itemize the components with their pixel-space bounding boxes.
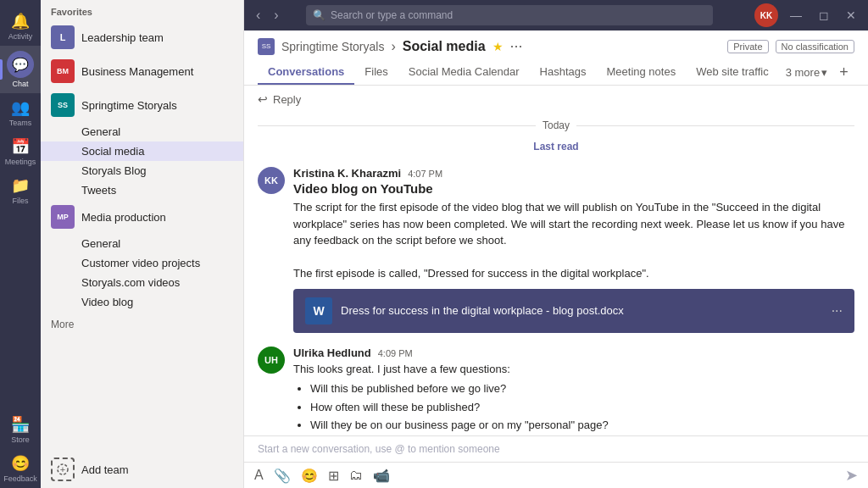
close-button[interactable]: ✕ bbox=[841, 8, 861, 22]
emoji-icon[interactable]: 😊 bbox=[301, 468, 318, 484]
restore-button[interactable]: ◻ bbox=[814, 8, 834, 22]
tabs-row: Conversations Files Social Media Calenda… bbox=[258, 60, 854, 85]
top-bar: ‹ › 🔍 Search or type a command KK — ◻ ✕ bbox=[244, 0, 868, 30]
sidebar-item-springtime[interactable]: SS Springtime Storyals ··· bbox=[41, 88, 243, 122]
new-conversation-input[interactable]: Start a new conversation, use @ to menti… bbox=[244, 436, 868, 463]
breadcrumb: Springtime Storyals bbox=[281, 40, 384, 53]
bullet-2-1: Will this be published before we go live… bbox=[310, 380, 854, 397]
reply-label[interactable]: Reply bbox=[273, 93, 301, 106]
bullet-2-2: How often will these be published? bbox=[310, 399, 854, 416]
message-group-1: KK Kristina K. Kharazmi 4:07 PM Video bl… bbox=[258, 160, 854, 340]
tab-conversations[interactable]: Conversations bbox=[258, 60, 354, 85]
msg-time-2: 4:09 PM bbox=[378, 348, 413, 358]
sidebar-item-business[interactable]: BM Business Management ··· bbox=[41, 54, 243, 88]
springtime-team-name: Springtime Storyals bbox=[81, 99, 233, 112]
rail-item-files[interactable]: 📁 Files bbox=[0, 171, 41, 210]
gif-icon[interactable]: ⊞ bbox=[328, 468, 339, 484]
tab-files[interactable]: Files bbox=[354, 60, 398, 85]
tab-more[interactable]: 3 more ▾ bbox=[779, 61, 834, 84]
rail-item-meetings[interactable]: 📅 Meetings bbox=[0, 132, 41, 171]
msg-author-2: Ulrika Hedlund bbox=[293, 347, 371, 359]
file-more-button[interactable]: ··· bbox=[832, 303, 843, 319]
more-label[interactable]: More bbox=[41, 312, 243, 337]
rail-label-chat: Chat bbox=[12, 80, 28, 88]
rail-label-meetings: Meetings bbox=[5, 158, 36, 166]
msg-author-1: Kristina K. Kharazmi bbox=[293, 167, 401, 180]
attach-icon[interactable]: 📎 bbox=[274, 468, 291, 484]
message-body-2: Ulrika Hedlund 4:09 PM This looks great.… bbox=[293, 347, 854, 435]
add-team-icon: + bbox=[51, 458, 75, 481]
leadership-team-name: Leadership team bbox=[81, 31, 233, 44]
files-icon: 📁 bbox=[11, 176, 30, 195]
rail-label-teams: Teams bbox=[9, 119, 32, 127]
send-button[interactable]: ➤ bbox=[845, 466, 858, 485]
rail-label-activity: Activity bbox=[8, 32, 33, 41]
search-placeholder: Search or type a command bbox=[331, 9, 453, 21]
add-team-button[interactable]: + Add team bbox=[41, 451, 243, 488]
rail-item-chat[interactable]: 💬 Chat bbox=[0, 46, 41, 93]
tab-social-media-calendar[interactable]: Social Media Calendar bbox=[398, 60, 530, 85]
channel-video-blog[interactable]: Video blog bbox=[41, 292, 243, 312]
minimize-button[interactable]: — bbox=[785, 8, 807, 22]
channel-storyals-videos[interactable]: Storyals.com videos bbox=[41, 273, 243, 292]
tab-hashtags[interactable]: Hashtags bbox=[530, 60, 597, 85]
springtime-avatar: SS bbox=[51, 93, 75, 117]
sidebar-item-media[interactable]: MP Media production ··· bbox=[41, 200, 243, 234]
main-content: ‹ › 🔍 Search or type a command KK — ◻ ✕ … bbox=[244, 0, 868, 488]
bottom-bar: Start a new conversation, use @ to menti… bbox=[244, 435, 868, 488]
msg-title-1: Video blog on YouTube bbox=[293, 181, 854, 196]
top-bar-right: KK — ◻ ✕ bbox=[754, 3, 861, 27]
tab-web-traffic[interactable]: Web site traffic bbox=[686, 60, 779, 85]
message-body-1: Kristina K. Kharazmi 4:07 PM Video blog … bbox=[293, 167, 854, 333]
rail-item-feedback[interactable]: 😊 Feedback bbox=[0, 449, 41, 488]
channel-storyals-blog[interactable]: Storyals Blog bbox=[41, 161, 243, 180]
nav-back-button[interactable]: ‹ bbox=[251, 4, 265, 26]
msg-header-1: Kristina K. Kharazmi 4:07 PM bbox=[293, 167, 854, 180]
sidebar: Favorites L Leadership team ··· BM Busin… bbox=[41, 0, 244, 488]
reply-row: ↩ Reply bbox=[258, 86, 854, 113]
search-box[interactable]: 🔍 Search or type a command bbox=[306, 5, 713, 25]
channel-general2[interactable]: General bbox=[41, 234, 243, 253]
rail-bottom: 🏪 Store 😊 Feedback bbox=[0, 410, 41, 488]
team-icon-small: SS bbox=[258, 38, 275, 55]
bullet-2-3: Will they be on our business page or on … bbox=[310, 417, 854, 434]
rail-item-store[interactable]: 🏪 Store bbox=[0, 410, 41, 449]
msg-text-1: The script for the first episode of the … bbox=[293, 199, 854, 282]
message-group-2: UH Ulrika Hedlund 4:09 PM This looks gre… bbox=[258, 340, 854, 436]
rail-item-activity[interactable]: 🔔 Activity bbox=[0, 7, 41, 46]
rail-label-feedback: Feedback bbox=[3, 474, 37, 483]
word-icon: W bbox=[305, 297, 332, 324]
search-icon: 🔍 bbox=[313, 9, 326, 21]
avatar-kk-1: KK bbox=[258, 167, 285, 194]
channel-customer-video[interactable]: Customer video projects bbox=[41, 253, 243, 273]
format-icon[interactable]: A bbox=[254, 468, 264, 483]
file-attachment[interactable]: W Dress for success in the digital workp… bbox=[293, 289, 854, 333]
chevron-down-icon: ▾ bbox=[821, 66, 827, 79]
rail-item-teams[interactable]: 👥 Teams bbox=[0, 93, 41, 132]
media-channels: General Customer video projects Storyals… bbox=[41, 234, 243, 312]
file-name: Dress for success in the digital workpla… bbox=[341, 304, 823, 317]
sticker-icon[interactable]: 🗂 bbox=[349, 468, 363, 483]
feedback-icon: 😊 bbox=[11, 454, 30, 473]
star-icon[interactable]: ★ bbox=[492, 40, 504, 53]
channel-general[interactable]: General bbox=[41, 122, 243, 141]
tab-add-button[interactable]: + bbox=[834, 60, 854, 85]
channel-name: Social media bbox=[403, 39, 486, 54]
last-read-label: Last read bbox=[533, 141, 578, 152]
user-avatar[interactable]: KK bbox=[754, 3, 778, 27]
nav-forward-button[interactable]: › bbox=[269, 4, 283, 26]
breadcrumb-separator: › bbox=[391, 39, 395, 54]
schedule-icon[interactable]: 📹 bbox=[373, 468, 390, 484]
channel-header: SS Springtime Storyals › Social media ★ … bbox=[244, 30, 868, 86]
channel-social-media[interactable]: Social media bbox=[41, 141, 243, 161]
activity-icon: 🔔 bbox=[11, 12, 30, 30]
sidebar-item-leadership[interactable]: L Leadership team ··· bbox=[41, 20, 243, 54]
svg-text:+: + bbox=[60, 464, 65, 474]
date-label: Today bbox=[542, 119, 570, 131]
media-avatar: MP bbox=[51, 205, 75, 229]
tab-meeting-notes[interactable]: Meeting notes bbox=[596, 60, 686, 85]
channel-more-button[interactable]: ··· bbox=[510, 37, 523, 55]
channel-tweets[interactable]: Tweets bbox=[41, 180, 243, 200]
chat-icon: 💬 bbox=[7, 51, 34, 78]
conversation-area[interactable]: ↩ Reply Today Last read KK Kristina K. K… bbox=[244, 86, 868, 435]
